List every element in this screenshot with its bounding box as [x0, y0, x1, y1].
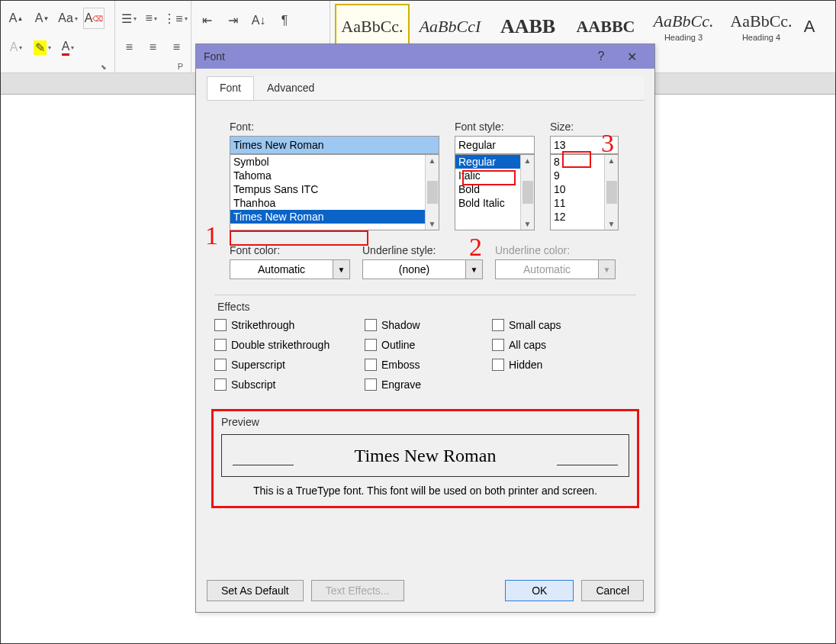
underline-color-label: Underline color: [495, 244, 616, 256]
style-item-more[interactable]: A [802, 4, 817, 50]
close-button[interactable]: ✕ [616, 46, 647, 67]
all-caps-checkbox[interactable]: All caps [492, 339, 561, 351]
annotation-marker-1: 1 [205, 221, 218, 250]
style-item-heading2[interactable]: AABBC [568, 4, 643, 50]
list-item[interactable]: Thanhoa [230, 196, 439, 210]
style-listbox[interactable]: Regular Italic Bold Bold Italic ▲▼ [455, 154, 535, 230]
increase-font-icon[interactable]: A▲ [5, 8, 27, 29]
text-effects-icon[interactable]: A [5, 37, 27, 58]
annotation-rect-3 [562, 151, 591, 168]
style-item-heading3[interactable]: AaBbCc. Heading 3 [646, 4, 721, 50]
chevron-down-icon[interactable]: ▼ [465, 260, 482, 279]
align-center-icon[interactable]: ≡ [143, 37, 162, 58]
hidden-checkbox[interactable]: Hidden [492, 359, 561, 371]
font-listbox[interactable]: Symbol Tahoma Tempus Sans ITC Thanhoa Ti… [230, 154, 439, 230]
clear-format-icon[interactable]: A⌫ [83, 8, 104, 29]
underline-color-dropdown: Automatic ▼ [495, 259, 616, 279]
ribbon-para-group-label: P [120, 62, 186, 71]
list-item[interactable]: Symbol [230, 155, 439, 169]
font-dialog: Font ? ✕ Font Advanced Font: Symbol Taho… [195, 43, 655, 613]
preview-legend: Preview [221, 416, 259, 428]
list-item-selected[interactable]: Times New Roman [230, 210, 439, 224]
style-input[interactable] [455, 136, 535, 154]
strikethrough-checkbox[interactable]: Strikethrough [214, 319, 355, 331]
style-label: Font style: [455, 121, 535, 133]
decrease-indent-icon[interactable]: ⇤ [196, 10, 217, 31]
scrollbar[interactable]: ▲▼ [425, 155, 439, 230]
style-item-heading4[interactable]: AaBbCc. Heading 4 [724, 4, 799, 50]
paragraph-marks-icon[interactable]: ¶ [274, 10, 295, 31]
font-input[interactable] [230, 136, 439, 154]
style-item-nospacing[interactable]: AaBbCcI [413, 4, 487, 50]
underline-style-dropdown[interactable]: (none) ▼ [362, 259, 483, 279]
style-item-normal[interactable]: AaBbCc. [335, 4, 410, 50]
scrollbar[interactable]: ▲▼ [604, 155, 618, 230]
shadow-checkbox[interactable]: Shadow [365, 319, 483, 331]
preview-box: Preview Times New Roman This is a TrueTy… [211, 409, 639, 508]
highlight-icon[interactable]: ✎ [31, 37, 53, 58]
small-caps-checkbox[interactable]: Small caps [492, 319, 561, 331]
preview-description: This is a TrueType font. This font will … [221, 485, 629, 497]
decrease-font-icon[interactable]: A▼ [31, 8, 53, 29]
tab-advanced[interactable]: Advanced [254, 76, 327, 100]
cancel-button[interactable]: Cancel [581, 580, 644, 601]
align-right-icon[interactable]: ≡ [167, 37, 186, 58]
engrave-checkbox[interactable]: Engrave [365, 378, 483, 391]
chevron-down-icon: ▼ [598, 260, 615, 279]
annotation-rect-2 [462, 170, 516, 185]
multilevel-icon[interactable]: ⋮≡ [165, 8, 186, 29]
tab-font[interactable]: Font [207, 76, 254, 100]
sort-icon[interactable]: A↓ [248, 10, 269, 31]
ribbon-font-group-label: ⬊ [5, 62, 110, 71]
text-effects-button: Text Effects... [311, 580, 404, 601]
chevron-down-icon[interactable]: ▼ [333, 260, 349, 279]
annotation-marker-2: 2 [469, 233, 482, 262]
dialog-title: Font [204, 50, 225, 63]
scrollbar[interactable]: ▲▼ [520, 155, 534, 230]
font-color-dropdown[interactable]: Automatic ▼ [230, 259, 350, 279]
font-label: Font: [230, 121, 439, 133]
underline-style-label: Underline style: [362, 244, 483, 256]
bullets-icon[interactable]: ☰ [120, 8, 138, 29]
set-default-button[interactable]: Set As Default [207, 580, 304, 601]
effects-legend: Effects [214, 301, 253, 313]
dialog-tabs: Font Advanced [207, 76, 644, 101]
font-color-icon[interactable]: A [57, 37, 79, 58]
subscript-checkbox[interactable]: Subscript [214, 378, 355, 391]
superscript-checkbox[interactable]: Superscript [214, 359, 355, 371]
style-item-heading1[interactable]: AABB [490, 4, 565, 50]
list-item[interactable]: Tempus Sans ITC [230, 182, 439, 196]
align-left-icon[interactable]: ≡ [120, 37, 139, 58]
font-color-label: Font color: [230, 244, 350, 256]
outline-checkbox[interactable]: Outline [365, 339, 483, 351]
numbering-icon[interactable]: ≡ [143, 8, 161, 29]
change-case-icon[interactable]: Aa [57, 8, 79, 29]
double-strikethrough-checkbox[interactable]: Double strikethrough [214, 339, 355, 351]
increase-indent-icon[interactable]: ⇥ [222, 10, 243, 31]
emboss-checkbox[interactable]: Emboss [365, 359, 483, 371]
dialog-titlebar: Font ? ✕ [196, 44, 654, 69]
annotation-rect-1 [230, 230, 368, 246]
ok-button[interactable]: OK [505, 580, 574, 601]
list-item[interactable]: Tahoma [230, 169, 439, 182]
help-button[interactable]: ? [586, 46, 616, 67]
annotation-marker-3: 3 [601, 129, 614, 158]
preview-sample: Times New Roman [221, 434, 629, 477]
